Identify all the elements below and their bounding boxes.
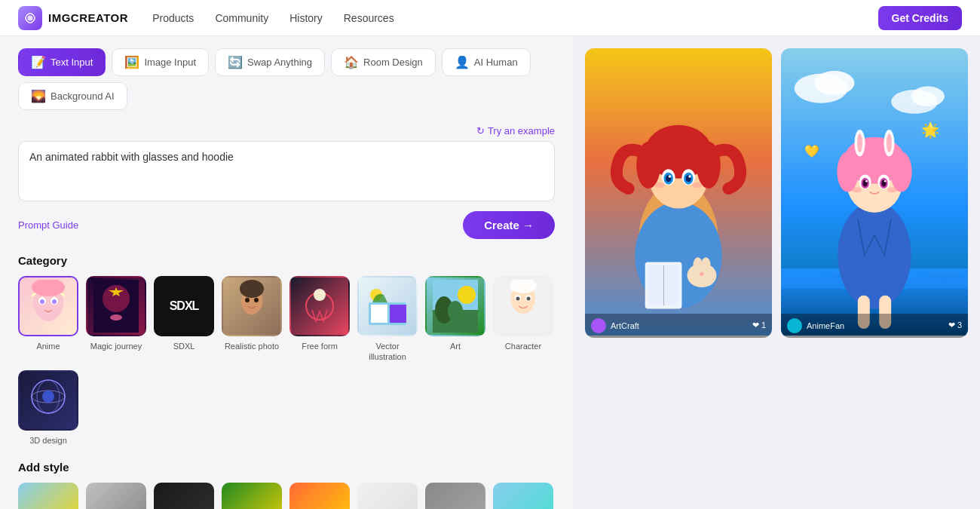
navbar: IMGCREATOR Products Community History Re…: [0, 0, 980, 36]
gallery-image-1: [585, 48, 772, 336]
style-lineart-thumb: [425, 483, 485, 509]
category-magic-label: Magic journey: [90, 341, 142, 351]
category-free[interactable]: Free form: [289, 276, 350, 363]
category-anime[interactable]: Anime: [18, 276, 78, 363]
realistic-svg: [229, 280, 274, 333]
nav-community[interactable]: Community: [215, 12, 268, 24]
svg-rect-19: [390, 305, 406, 323]
style-anime-vivacity[interactable]: Anime Vivacity: [18, 483, 78, 509]
left-panel: 📝 Text Input 🖼️ Image Input 🔄 Swap Anyth…: [0, 36, 573, 509]
tab-image-input-label: Image Input: [144, 57, 196, 68]
category-art-thumb: [425, 276, 485, 336]
svg-point-4: [40, 299, 44, 304]
category-vector-label: Vector illustration: [357, 341, 418, 363]
svg-point-72: [890, 152, 911, 192]
gallery-image-2: 🌟 💛: [781, 48, 968, 336]
category-art-label: Art: [450, 341, 461, 351]
nav-resources[interactable]: Resources: [344, 12, 394, 24]
category-realistic-label: Realistic photo: [225, 341, 279, 351]
gallery-avatar-1: [591, 318, 606, 333]
category-sdxl-thumb: SDXL: [154, 276, 214, 336]
style-grid: Anime Vivacity Japanese Anime maturemale…: [18, 483, 555, 509]
tab-ai-human[interactable]: 👤 AI Human: [442, 48, 531, 76]
svg-point-62: [814, 71, 854, 95]
room-icon: 🏠: [344, 55, 359, 69]
prompt-textarea[interactable]: [18, 141, 555, 201]
svg-point-25: [448, 301, 463, 322]
create-button[interactable]: Create →: [463, 211, 555, 239]
tab-room-design[interactable]: 🏠 Room Design: [331, 48, 436, 76]
tab-text-input-label: Text Input: [51, 57, 93, 68]
art-svg: [433, 280, 478, 333]
svg-point-30: [516, 297, 520, 301]
category-3d-thumb: [18, 370, 78, 431]
category-character-thumb: [493, 276, 553, 336]
category-character-label: Character: [505, 341, 541, 351]
category-3d[interactable]: 3D design: [18, 370, 78, 446]
category-title: Category: [18, 254, 555, 267]
tab-background-label: Background AI: [51, 90, 115, 102]
gallery-user-1: ArtCraft: [611, 321, 639, 330]
category-character[interactable]: Character: [493, 276, 553, 363]
prompt-guide-link[interactable]: Prompt Guide: [18, 219, 78, 231]
try-example-button[interactable]: ↻ Try an example: [476, 125, 555, 136]
magic-svg: [93, 280, 139, 333]
svg-point-64: [911, 86, 945, 106]
tab-background-ai[interactable]: 🌄 Background AI: [18, 82, 127, 110]
style-lineart[interactable]: Lineart Girl: [425, 483, 485, 509]
svg-point-85: [851, 187, 862, 192]
main-layout: 📝 Text Input 🖼️ Image Input 🔄 Swap Anyth…: [0, 36, 980, 509]
ai-human-icon: 👤: [455, 55, 470, 69]
svg-point-13: [245, 298, 250, 302]
style-anime-drawing-thumb: [222, 483, 282, 509]
background-icon: 🌄: [31, 89, 46, 103]
svg-point-50: [688, 175, 691, 178]
category-anime-label: Anime: [36, 341, 60, 351]
tab-text-input[interactable]: 📝 Text Input: [18, 48, 106, 76]
category-realistic-thumb: [222, 276, 282, 336]
svg-text:💛: 💛: [804, 144, 819, 158]
svg-point-83: [865, 180, 868, 182]
svg-text:🌟: 🌟: [921, 121, 940, 139]
svg-point-76: [887, 133, 892, 152]
style-kawalimix-thumb: [493, 483, 553, 509]
svg-point-5: [52, 299, 57, 304]
style-anime-drawing[interactable]: Anime Drawing: [222, 483, 282, 509]
tab-image-input[interactable]: 🖼️ Image Input: [112, 48, 209, 76]
style-colorful-thumb: [289, 483, 350, 509]
gallery-card-2[interactable]: 🌟 💛 AnimeFan ❤ 3: [781, 48, 968, 338]
svg-point-55: [701, 257, 710, 273]
style-kawalimix[interactable]: Kawalimix Girl: [493, 483, 553, 509]
category-vector-thumb: [357, 276, 418, 336]
style-japanese-thumb: [86, 483, 146, 509]
style-anime-classic[interactable]: Anime Classic: [357, 483, 418, 509]
category-grid: Anime Magic journey SDXL SDXL: [18, 276, 555, 446]
tab-swap-anything[interactable]: 🔄 Swap Anything: [215, 48, 325, 76]
svg-point-75: [857, 133, 862, 152]
category-vector[interactable]: Vector illustration: [357, 276, 418, 363]
category-sdxl[interactable]: SDXL SDXL: [154, 276, 214, 363]
gallery-overlay-2: AnimeFan ❤ 3: [781, 314, 968, 338]
style-mature[interactable]: maturemale mix: [154, 483, 214, 509]
text-input-icon: 📝: [31, 55, 46, 69]
category-sdxl-label: SDXL: [173, 341, 195, 351]
style-japanese[interactable]: Japanese Anime: [86, 483, 146, 509]
svg-point-54: [693, 257, 702, 273]
nav-products[interactable]: Products: [152, 12, 194, 24]
category-art[interactable]: Art: [425, 276, 485, 363]
svg-point-51: [654, 182, 665, 188]
category-anime-thumb: [18, 276, 78, 336]
category-magic[interactable]: Magic journey: [86, 276, 146, 363]
svg-point-10: [110, 314, 122, 320]
svg-point-56: [700, 272, 703, 276]
logo[interactable]: IMGCREATOR: [18, 6, 128, 30]
get-credits-button[interactable]: Get Credits: [878, 6, 962, 30]
tab-swap-label: Swap Anything: [247, 57, 312, 68]
gallery-panel: ArtCraft ❤ 1: [573, 36, 980, 509]
gallery-card-1[interactable]: ArtCraft ❤ 1: [585, 48, 772, 338]
category-free-thumb: [289, 276, 350, 336]
category-realistic[interactable]: Realistic photo: [222, 276, 282, 363]
nav-history[interactable]: History: [289, 12, 323, 24]
style-colorful[interactable]: Colorful: [289, 483, 350, 509]
gallery-user-2: AnimeFan: [807, 321, 844, 330]
